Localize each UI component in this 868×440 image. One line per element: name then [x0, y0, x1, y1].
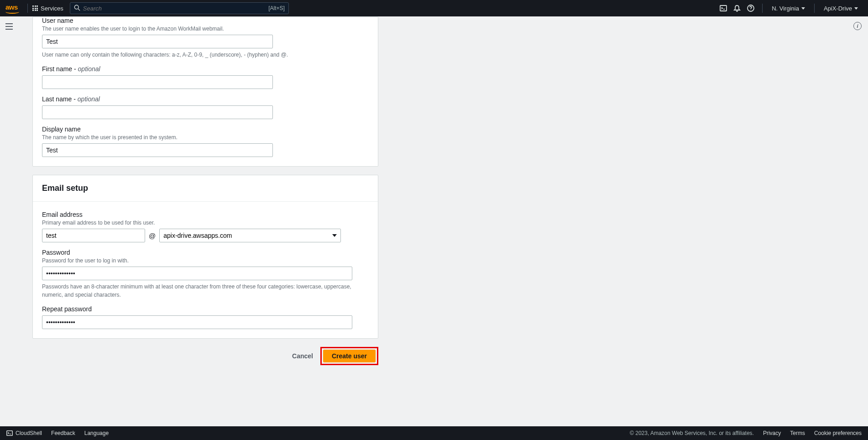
- account-label: ApiX-Drive: [824, 5, 852, 12]
- search-input[interactable]: [83, 5, 268, 12]
- divider: [814, 4, 815, 13]
- services-button[interactable]: Services: [32, 5, 63, 12]
- region-selector[interactable]: N. Virginia: [767, 5, 810, 12]
- search-container[interactable]: [Alt+S]: [70, 2, 289, 14]
- region-label: N. Virginia: [772, 5, 799, 12]
- divider: [762, 4, 763, 13]
- caret-down-icon: [801, 7, 805, 10]
- search-shortcut: [Alt+S]: [268, 5, 285, 11]
- services-label: Services: [41, 5, 63, 12]
- grid-icon: [32, 5, 38, 11]
- account-selector[interactable]: ApiX-Drive: [819, 5, 863, 12]
- svg-line-1: [78, 9, 80, 10]
- search-icon: [74, 5, 80, 12]
- svg-point-0: [74, 5, 78, 9]
- caret-down-icon: [854, 7, 858, 10]
- aws-logo[interactable]: aws: [5, 3, 19, 14]
- top-nav: aws Services [Alt+S] N. Virginia ApiX-Dr…: [0, 0, 868, 16]
- svg-rect-2: [720, 5, 727, 11]
- help-icon[interactable]: [744, 1, 758, 15]
- notifications-icon[interactable]: [730, 1, 744, 15]
- cloudshell-icon[interactable]: [716, 1, 730, 15]
- divider: [27, 4, 28, 13]
